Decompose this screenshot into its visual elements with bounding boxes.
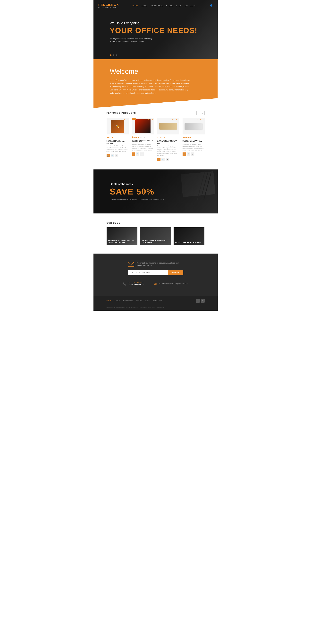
- product-actions-3: 🛒 🔍 ★: [157, 158, 179, 161]
- logo-prefix: PENCIL: [98, 3, 111, 6]
- product-card-4[interactable]: ★★★★☆ $120.00 PARKER JOTTER RED CHROME T…: [183, 118, 205, 161]
- nav-contacts[interactable]: CONTACTS: [185, 5, 196, 7]
- footer-nav-links: HOME ABOUT PORTFOLIO STORE BLOG CONTACTS: [107, 300, 162, 302]
- address-icon: ✉: [154, 282, 157, 286]
- wishlist-1[interactable]: ★: [115, 154, 118, 157]
- address-contact: ✉ 9870 St Vincent Place, Glasgow, DC 45 …: [154, 282, 188, 286]
- hero-content: We Have Everything YOUR OFFICE NEEDS! We…: [93, 12, 218, 50]
- hero-dots: [93, 50, 218, 60]
- email-input[interactable]: [128, 270, 168, 275]
- dot-1[interactable]: [110, 54, 111, 56]
- user-icon[interactable]: 👤: [210, 4, 213, 7]
- product-card-3[interactable]: ★★★★★ $100.00 PARKER VECTOR BLACK MEDIUM…: [157, 118, 179, 161]
- footer-copyright: PENCILBOX is proudly powered by WordPres…: [93, 306, 218, 311]
- blog-card-1[interactable]: ESTABLISHING YOUR BRAND ON COLLEGE CAMPU…: [107, 227, 137, 245]
- prev-arrow[interactable]: ‹: [196, 111, 200, 115]
- sale-badge-2: SALE: [132, 118, 136, 120]
- blog-image-1: ESTABLISHING YOUR BRAND ON COLLEGE CAMPU…: [107, 227, 137, 245]
- product-actions-1: 🛒 🔍 ★: [107, 154, 129, 157]
- deals-subtitle: Deals of the week: [110, 182, 201, 186]
- product-actions-4: 🛒 🔍 ★: [183, 152, 205, 156]
- deals-content: Deals of the week SAVE 50% Discover our …: [110, 182, 201, 200]
- product-card-1[interactable]: ✏️ ★★★★★ $95.00 SUCK UK PENCIL SHARPENER…: [107, 118, 129, 161]
- footer-nav-home[interactable]: HOME: [107, 300, 112, 302]
- product-price-2: $70.00: [132, 136, 139, 139]
- blog-section: OUR BLOG ESTABLISHING YOUR BRAND ON COLL…: [93, 214, 218, 254]
- product-desc-4: Our nationwide stationary stores network…: [183, 143, 205, 151]
- dot-2[interactable]: [113, 54, 114, 56]
- footer-nav: HOME ABOUT PORTFOLIO STORE BLOG CONTACTS…: [93, 296, 218, 306]
- blog-grid: ESTABLISHING YOUR BRAND ON COLLEGE CAMPU…: [107, 227, 205, 245]
- product-image-4: ★★★★☆: [183, 118, 205, 134]
- product-image-3: ★★★★★: [157, 118, 179, 134]
- wishlist-4[interactable]: ★: [191, 152, 194, 156]
- product-name-4: PARKER JOTTER RED CHROME TRIM BALL PEN: [183, 139, 205, 143]
- phone-value: 1-800-234-5677: [129, 283, 144, 286]
- nav-portfolio[interactable]: PORTFOLIO: [151, 5, 163, 7]
- footer-nav-portfolio[interactable]: PORTFOLIO: [123, 300, 133, 302]
- zoom-2[interactable]: 🔍: [136, 152, 139, 156]
- add-to-cart-2[interactable]: 🛒: [132, 152, 135, 156]
- product-name-1: SUCK UK PENCIL SHARPENER DESK TIDY NATUR…: [107, 139, 129, 144]
- wishlist-2[interactable]: ★: [140, 152, 144, 156]
- add-to-cart-1[interactable]: 🛒: [107, 154, 110, 157]
- add-to-cart-4[interactable]: 🛒: [183, 152, 186, 156]
- navigation: PENCILBOX STATIONERY STORE HOME ABOUT PO…: [93, 0, 218, 12]
- product-image-1: ✏️ ★★★★★: [107, 118, 129, 134]
- hero-title: YOUR OFFICE NEEDS!: [110, 26, 213, 35]
- hero-description: We've got everything you need plus a lit…: [110, 37, 156, 43]
- footer-nav-store[interactable]: STORE: [136, 300, 142, 302]
- blog-card-3[interactable]: IMPACT – THE HEART BUSINESS: [174, 227, 204, 245]
- footer-contact: 📞 Call Us For FREE: 1-800-234-5677 ✉ 987…: [123, 282, 188, 286]
- blog-image-2: BELIEVE IN THE BUSINESS OF YOUR DREAMS: [140, 227, 171, 245]
- blog-label-1: ESTABLISHING YOUR BRAND ON COLLEGE CAMPU…: [108, 240, 136, 244]
- wishlist-3[interactable]: ★: [166, 158, 169, 161]
- newsletter-section: Subscribe to our newsletter to receive n…: [93, 254, 218, 296]
- header: PENCILBOX STATIONERY STORE HOME ABOUT PO…: [93, 0, 218, 60]
- product-name-2: OXFORD BLACK N' RED AS CASEBOUND: [132, 139, 154, 143]
- logo[interactable]: PENCILBOX STATIONERY STORE: [98, 3, 119, 8]
- nav-about[interactable]: ABOUT: [142, 5, 149, 7]
- footer-nav-blog[interactable]: BLOG: [145, 300, 150, 302]
- zoom-4[interactable]: 🔍: [187, 152, 190, 156]
- product-name-3: PARKER VECTOR BLACK MEDIUM NIB FOUNTAIN …: [157, 139, 179, 144]
- nav-links: HOME ABOUT PORTFOLIO STORE BLOG CONTACTS: [133, 5, 196, 7]
- nav-store[interactable]: STORE: [166, 5, 173, 7]
- add-to-cart-3[interactable]: 🛒: [157, 158, 160, 161]
- featured-title: FEATURED PRODUCTS: [107, 112, 136, 114]
- products-grid: ✏️ ★★★★★ $95.00 SUCK UK PENCIL SHARPENER…: [107, 118, 205, 161]
- welcome-section: Welcome Home of the world's best design …: [93, 60, 218, 108]
- twitter-icon[interactable]: t: [201, 299, 205, 302]
- blog-label-2: BELIEVE IN THE BUSINESS OF YOUR DREAMS: [142, 240, 169, 244]
- featured-products-section: FEATURED PRODUCTS ‹ › ✏️ ★★★★★ $95.00 SU…: [93, 102, 218, 170]
- product-desc-3: The main reason of buying our clothes is…: [157, 145, 179, 157]
- newsletter-form: SUBSCRIBE: [128, 270, 183, 275]
- deals-section: Deals of the week SAVE 50% Discover our …: [93, 170, 218, 214]
- nav-blog[interactable]: BLOG: [176, 5, 182, 7]
- dot-3[interactable]: [116, 54, 117, 56]
- address-value: 9870 St Vincent Place, Glasgow, DC 45 Fr…: [159, 283, 188, 285]
- product-stars-2: ★★★★★: [147, 119, 153, 120]
- product-desc-1: Our nationwide stationary stores network…: [107, 145, 129, 153]
- footer-nav-about[interactable]: ABOUT: [115, 300, 120, 302]
- footer-nav-contacts[interactable]: CONTACTS: [153, 300, 162, 302]
- zoom-1[interactable]: 🔍: [111, 154, 114, 157]
- blog-title: OUR BLOG: [107, 222, 205, 224]
- zoom-3[interactable]: 🔍: [161, 158, 165, 161]
- featured-header: FEATURED PRODUCTS ‹ ›: [107, 111, 205, 115]
- facebook-icon[interactable]: f: [196, 299, 200, 302]
- welcome-title: Welcome: [110, 68, 201, 76]
- phone-contact: 📞 Call Us For FREE: 1-800-234-5677: [123, 282, 144, 286]
- product-desc-2: Our nationwide stationary stores network…: [132, 143, 154, 151]
- blog-card-2[interactable]: BELIEVE IN THE BUSINESS OF YOUR DREAMS: [140, 227, 171, 245]
- logo-text: PENCILBOX: [98, 3, 119, 7]
- email-icon: [128, 262, 134, 267]
- product-stars-3: ★★★★★: [172, 119, 178, 120]
- deals-description: Discover our best sellers & new products…: [110, 198, 201, 200]
- next-arrow[interactable]: ›: [201, 111, 205, 115]
- product-card-2[interactable]: SALE ★★★★★ $70.00 $35.00 OXFORD BLACK N'…: [132, 118, 154, 161]
- product-stars-4: ★★★★☆: [197, 119, 204, 120]
- subscribe-button[interactable]: SUBSCRIBE: [168, 270, 183, 275]
- deals-title: SAVE 50%: [110, 187, 201, 196]
- nav-home[interactable]: HOME: [133, 5, 139, 7]
